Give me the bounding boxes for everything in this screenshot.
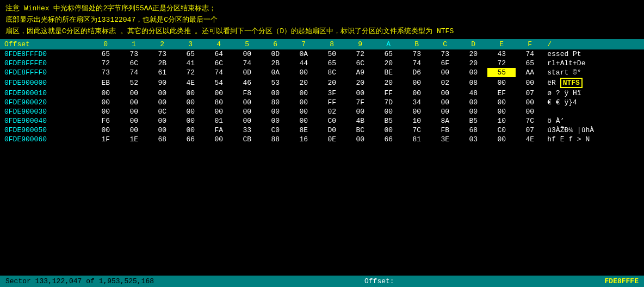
- hex-cell[interactable]: 00: [120, 98, 148, 107]
- hex-cell[interactable]: 74: [403, 59, 431, 68]
- hex-cell[interactable]: 33: [233, 126, 261, 135]
- hex-cell[interactable]: 00: [516, 98, 544, 107]
- hex-cell[interactable]: 73: [120, 49, 148, 59]
- hex-cell[interactable]: 00: [176, 116, 205, 126]
- hex-cell[interactable]: C0: [261, 126, 289, 135]
- hex-cell[interactable]: 00: [431, 98, 459, 107]
- hex-cell[interactable]: 00: [431, 89, 459, 98]
- hex-cell[interactable]: FF: [318, 98, 346, 107]
- hex-cell[interactable]: 00: [91, 89, 120, 98]
- hex-cell[interactable]: 6C: [346, 59, 374, 68]
- hex-cell[interactable]: 00: [289, 98, 318, 107]
- hex-cell[interactable]: 20: [346, 77, 374, 89]
- hex-cell[interactable]: 50: [318, 49, 346, 59]
- hex-cell[interactable]: 73: [403, 49, 431, 59]
- hex-cell[interactable]: 72: [176, 68, 205, 77]
- hex-cell[interactable]: 00: [176, 107, 205, 116]
- hex-cell[interactable]: 00: [148, 126, 176, 135]
- hex-cell[interactable]: 00: [487, 98, 516, 107]
- hex-cell[interactable]: BC: [346, 126, 374, 135]
- hex-cell[interactable]: 6C: [120, 59, 148, 68]
- hex-cell[interactable]: 55: [487, 68, 516, 77]
- hex-cell[interactable]: 00: [261, 89, 289, 98]
- hex-cell[interactable]: 00: [403, 89, 431, 98]
- hex-cell[interactable]: 00: [403, 77, 431, 89]
- hex-cell[interactable]: 66: [176, 135, 205, 144]
- hex-cell[interactable]: 41: [176, 59, 205, 68]
- hex-cell[interactable]: 00: [346, 89, 374, 98]
- hex-cell[interactable]: D0: [318, 126, 346, 135]
- hex-cell[interactable]: 03: [459, 135, 487, 144]
- hex-cell[interactable]: 8E: [289, 126, 318, 135]
- hex-cell[interactable]: 65: [176, 49, 205, 59]
- hex-cell[interactable]: 48: [459, 89, 487, 98]
- hex-cell[interactable]: A9: [346, 68, 374, 77]
- hex-cell[interactable]: 7C: [403, 126, 431, 135]
- hex-cell[interactable]: 00: [148, 89, 176, 98]
- hex-cell[interactable]: 00: [346, 107, 374, 116]
- hex-cell[interactable]: 80: [205, 98, 233, 107]
- hex-cell[interactable]: 8C: [318, 68, 346, 77]
- hex-cell[interactable]: 65: [374, 49, 403, 59]
- hex-cell[interactable]: 00: [120, 126, 148, 135]
- hex-cell[interactable]: 65: [91, 49, 120, 59]
- hex-cell[interactable]: F6: [91, 116, 120, 126]
- hex-cell[interactable]: 00: [205, 89, 233, 98]
- hex-cell[interactable]: 00: [289, 89, 318, 98]
- hex-cell[interactable]: 00: [289, 116, 318, 126]
- hex-cell[interactable]: 2B: [261, 59, 289, 68]
- hex-cell[interactable]: 43: [487, 49, 516, 59]
- hex-cell[interactable]: 00: [148, 98, 176, 107]
- hex-cell[interactable]: 0D: [233, 68, 261, 77]
- hex-cell[interactable]: 2B: [148, 59, 176, 68]
- hex-cell[interactable]: 0C: [148, 107, 176, 116]
- hex-cell[interactable]: 52: [120, 77, 148, 89]
- hex-cell[interactable]: B5: [374, 116, 403, 126]
- hex-cell[interactable]: 90: [148, 77, 176, 89]
- hex-cell[interactable]: AA: [516, 68, 544, 77]
- hex-cell[interactable]: 00: [374, 126, 403, 135]
- hex-cell[interactable]: 88: [261, 135, 289, 144]
- hex-cell[interactable]: 74: [205, 68, 233, 77]
- hex-cell[interactable]: 81: [403, 135, 431, 144]
- hex-cell[interactable]: 00: [261, 107, 289, 116]
- hex-cell[interactable]: 00: [233, 116, 261, 126]
- hex-cell[interactable]: 20: [459, 59, 487, 68]
- hex-cell[interactable]: 08: [459, 77, 487, 89]
- hex-cell[interactable]: 00: [176, 89, 205, 98]
- hex-cell[interactable]: 00: [233, 107, 261, 116]
- hex-cell[interactable]: 00: [459, 107, 487, 116]
- hex-cell[interactable]: 72: [487, 59, 516, 68]
- hex-cell[interactable]: 4E: [176, 77, 205, 89]
- hex-cell[interactable]: 72: [346, 49, 374, 59]
- hex-cell[interactable]: 7F: [346, 98, 374, 107]
- hex-cell[interactable]: 00: [487, 135, 516, 144]
- hex-cell[interactable]: 00: [91, 98, 120, 107]
- hex-cell[interactable]: 00: [148, 116, 176, 126]
- hex-cell[interactable]: 6F: [431, 59, 459, 68]
- hex-cell[interactable]: 4B: [346, 116, 374, 126]
- hex-cell[interactable]: 20: [318, 77, 346, 89]
- hex-cell[interactable]: 0E: [318, 135, 346, 144]
- hex-cell[interactable]: C0: [318, 116, 346, 126]
- hex-cell[interactable]: 20: [374, 59, 403, 68]
- hex-cell[interactable]: 54: [205, 77, 233, 89]
- hex-cell[interactable]: 00: [374, 107, 403, 116]
- hex-cell[interactable]: 61: [148, 68, 176, 77]
- hex-cell[interactable]: FF: [374, 89, 403, 98]
- hex-cell[interactable]: 53: [261, 77, 289, 89]
- hex-cell[interactable]: BE: [374, 68, 403, 77]
- hex-cell[interactable]: 46: [233, 77, 261, 89]
- hex-cell[interactable]: 66: [374, 135, 403, 144]
- hex-cell[interactable]: B5: [459, 116, 487, 126]
- hex-cell[interactable]: 80: [261, 98, 289, 107]
- hex-cell[interactable]: 00: [346, 135, 374, 144]
- hex-cell[interactable]: 20: [289, 77, 318, 89]
- hex-cell[interactable]: 07: [516, 126, 544, 135]
- hex-cell[interactable]: 10: [403, 116, 431, 126]
- hex-cell[interactable]: C0: [487, 126, 516, 135]
- hex-cell[interactable]: 74: [233, 59, 261, 68]
- hex-cell[interactable]: 3E: [431, 135, 459, 144]
- hex-cell[interactable]: 0D: [261, 49, 289, 59]
- hex-cell[interactable]: EB: [91, 77, 120, 89]
